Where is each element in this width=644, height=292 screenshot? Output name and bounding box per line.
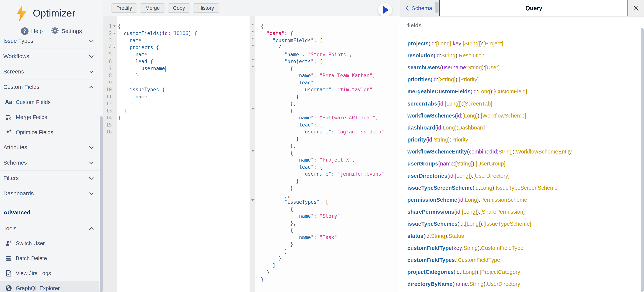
editor-line[interactable]: 14} (103, 114, 250, 121)
arg-type-link[interactable]: [Long] (455, 173, 470, 179)
doc-field-screentabs[interactable]: screenTabs(id: [Long]): [ScreenTab] (400, 98, 641, 110)
field-name-link[interactable]: userDirectories (408, 173, 447, 179)
arg-type-link[interactable]: String (441, 52, 456, 59)
sidebar-item-optimize-fields[interactable]: Optimize Fields (0, 125, 100, 140)
return-type-link[interactable]: CustomFieldType (481, 245, 524, 251)
doc-field-sharepermissions[interactable]: sharePermissions(id: [Long]): [SharePerm… (400, 206, 641, 218)
doc-field-dashboard[interactable]: dashboard(id: Long): Dashboard (400, 122, 641, 134)
field-name-link[interactable]: userGroups (408, 161, 438, 167)
editor-line[interactable]: 3 name (103, 37, 250, 44)
sidebar-item-merge-fields[interactable]: Merge Fields (0, 110, 100, 125)
query-editor[interactable]: 1{2 customFields(id: 10106) {3 name4 pro… (103, 16, 250, 292)
doc-field-mergeablecustomfields[interactable]: mergeableCustomFields(id: Long): [Custom… (400, 86, 641, 98)
editor-line[interactable]: 7 username (103, 65, 250, 72)
doc-field-customfieldtypes[interactable]: customFieldTypes: [CustomFieldType] (400, 254, 641, 266)
arg-type-link[interactable]: Long (443, 125, 455, 131)
return-type-link[interactable]: Dashboard (458, 125, 485, 131)
field-name-link[interactable]: searchUsers (408, 64, 440, 71)
arg-type-link[interactable]: String (434, 137, 448, 143)
return-type-link[interactable]: Resolution (459, 52, 484, 59)
return-type-link[interactable]: IssueTypeScreenScheme (496, 185, 558, 191)
arg-type-link[interactable]: String (464, 245, 478, 251)
field-name-link[interactable]: dashboard (408, 125, 435, 131)
return-type-link[interactable]: [ProjectCategory] (480, 269, 522, 275)
merge-button[interactable]: Merge (140, 3, 165, 13)
field-name-link[interactable]: projects (408, 40, 428, 47)
editor-line[interactable]: 5 name (103, 51, 250, 58)
field-name-link[interactable]: customFieldTypes (408, 257, 455, 263)
doc-field-searchusers[interactable]: searchUsers(username: String): [User] (400, 61, 641, 73)
doc-field-issuetypescreenscheme[interactable]: issueTypeScreenScheme(id: Long): IssueTy… (400, 182, 641, 194)
arg-type-link[interactable]: [String] (455, 161, 472, 167)
arg-type-link[interactable]: [Long] (465, 221, 480, 227)
doc-field-workflowschemes[interactable]: workflowSchemes(id: [Long]): [WorkflowSc… (400, 110, 641, 122)
field-name-link[interactable]: priority (408, 137, 426, 143)
field-name-link[interactable]: mergeableCustomFields (408, 88, 470, 95)
field-name-link[interactable]: workflowSchemeEntity (408, 149, 467, 155)
return-type-link[interactable]: [UserGroup] (476, 161, 505, 167)
arg-type-link[interactable]: [Long] (436, 40, 451, 47)
sidebar-section-screens[interactable]: Screens (0, 64, 100, 79)
editor-line[interactable]: 4 projects { (103, 44, 250, 51)
return-type-link[interactable]: [CustomField] (494, 88, 527, 95)
doc-field-issuetypeschemes[interactable]: issueTypeSchemes(id: [Long]): [IssueType… (400, 218, 641, 230)
fold-marker-icon[interactable] (112, 33, 117, 34)
sidebar-item-switch-user[interactable]: Switch User (0, 236, 100, 251)
editor-line[interactable]: 15 (103, 121, 250, 128)
doc-field-workflowschemeentity[interactable]: workflowSchemeEntity(combinedId: String)… (400, 146, 641, 158)
field-name-link[interactable]: status (408, 233, 423, 239)
return-type-link[interactable]: [IssueTypeScheme] (484, 221, 532, 227)
arg-type-link[interactable]: String (468, 64, 482, 71)
return-type-link[interactable]: Status (448, 233, 464, 239)
return-type-link[interactable]: [Project] (484, 40, 503, 47)
editor-line[interactable]: 8 } (103, 72, 250, 79)
sidebar-section-filters[interactable]: Filters (0, 171, 100, 186)
field-name-link[interactable]: resolution (408, 52, 434, 59)
doc-field-priorities[interactable]: priorities(id: [String]): [Priority] (400, 74, 641, 86)
doc-field-directorybyname[interactable]: directoryByName(name: String): UserDirec… (400, 278, 641, 290)
return-type-link[interactable]: WorkflowSchemeEntity (516, 149, 572, 155)
field-name-link[interactable]: screenTabs (408, 101, 437, 107)
editor-line[interactable]: 13 } (103, 107, 250, 114)
sidebar-section-custom-fields[interactable]: Custom Fields (0, 79, 100, 94)
history-button[interactable]: History (193, 3, 219, 13)
execute-button[interactable] (378, 3, 392, 17)
doc-field-status[interactable]: status(id: String): Status (400, 230, 641, 242)
editor-line[interactable]: 2 customFields(id: 10106) { (103, 30, 250, 37)
field-name-link[interactable]: customFieldType (408, 245, 452, 251)
field-name-link[interactable]: priorities (408, 76, 431, 83)
arg-type-link[interactable]: Long (465, 197, 477, 203)
doc-field-projectcategories[interactable]: projectCategories(id: [Long]): [ProjectC… (400, 266, 641, 278)
return-type-link[interactable]: [ScreenTab] (463, 101, 492, 107)
field-name-link[interactable]: projectCategories (408, 269, 454, 275)
editor-line[interactable]: 10 issueTypes { (103, 86, 250, 93)
doc-field-projects[interactable]: projects(id: [Long], key: [String]): [Pr… (400, 37, 641, 49)
sidebar-item-custom-fields[interactable]: AaCustom Fields (0, 95, 100, 110)
editor-line[interactable]: 1{ (103, 23, 250, 30)
arg-type-link[interactable]: String (498, 149, 513, 155)
editor-line[interactable]: 12 } (103, 100, 250, 107)
editor-line[interactable]: 11 name (103, 93, 250, 100)
doc-field-resolution[interactable]: resolution(id: String): Resolution (400, 49, 641, 61)
editor-line[interactable]: 6 lead { (103, 58, 250, 65)
doc-field-priority[interactable]: priority(id: String): Priority (400, 134, 641, 146)
doc-back-button[interactable]: Schema (400, 0, 440, 16)
doc-field-userdirectories[interactable]: userDirectories(id: [Long]): [UserDirect… (400, 170, 641, 182)
return-type-link[interactable]: [SharePermission] (480, 209, 525, 215)
sidebar-section-issue-types[interactable]: Issue Types (0, 33, 100, 48)
result-viewer[interactable]: { "data": { "customFields": [ { "name": … (250, 16, 400, 292)
field-name-link[interactable]: issueTypeSchemes (408, 221, 458, 227)
arg-type-link[interactable]: String (469, 281, 484, 287)
doc-field-customfieldtype[interactable]: customFieldType(key: String): CustomFiel… (400, 242, 641, 254)
doc-field-usergroups[interactable]: userGroups(name: [String]): [UserGroup] (400, 158, 641, 170)
field-name-link[interactable]: sharePermissions (408, 209, 454, 215)
arg-type-link[interactable]: [String] (463, 40, 480, 47)
field-name-link[interactable]: directoryByName (408, 281, 452, 287)
sidebar-item-graphql-explorer[interactable]: GraphQL Explorer (0, 281, 100, 292)
sidebar-section-workflows[interactable]: Workflows (0, 49, 100, 64)
return-type-link[interactable]: UserDirectory (487, 281, 520, 287)
prettify-button[interactable]: Prettify (111, 3, 137, 13)
editor-line[interactable]: 16 (103, 128, 250, 135)
editor-line[interactable]: 9 } (103, 79, 250, 86)
sidebar-section-dashboards[interactable]: Dashboards (0, 186, 100, 201)
